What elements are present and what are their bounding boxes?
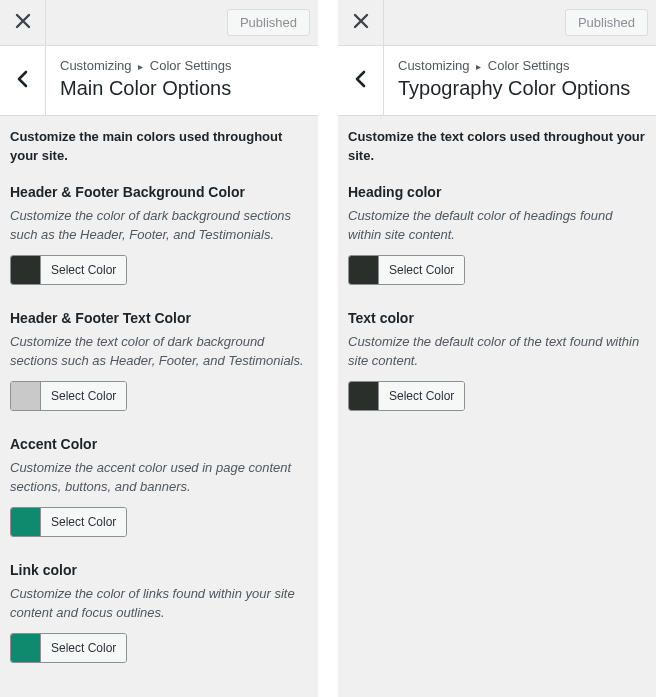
header-text: Customizing ▸ Color Settings Main Color … [46,46,318,115]
control-label: Header & Footer Text Color [10,310,308,326]
topbar: Published [0,0,318,46]
customizer-panel-main-colors: Published Customizing ▸ Color Settings M… [0,0,318,697]
control-accent-color: Accent Color Customize the accent color … [10,436,308,540]
close-icon [15,13,31,33]
published-button[interactable]: Published [565,9,648,36]
breadcrumb-section: Color Settings [488,58,570,73]
color-picker[interactable]: Select Color [348,381,465,411]
control-description: Customize the default color of the text … [348,332,646,371]
breadcrumb-separator-icon: ▸ [138,61,143,72]
panel-content: Customize the text colors used throughou… [338,116,656,452]
color-swatch [11,382,41,410]
color-picker[interactable]: Select Color [10,633,127,663]
color-picker[interactable]: Select Color [348,255,465,285]
close-button[interactable] [338,0,384,46]
panel-content: Customize the main colors used throughou… [0,116,318,697]
control-label: Text color [348,310,646,326]
control-label: Link color [10,562,308,578]
breadcrumb-section: Color Settings [150,58,232,73]
color-swatch [11,508,41,536]
color-swatch [11,256,41,284]
breadcrumb: Customizing ▸ Color Settings [398,58,642,73]
published-button[interactable]: Published [227,9,310,36]
control-description: Customize the accent color used in page … [10,458,308,497]
topbar: Published [338,0,656,46]
intro-text: Customize the main colors used throughou… [10,128,308,166]
customizer-panel-typography-colors: Published Customizing ▸ Color Settings T… [338,0,656,697]
control-header-footer-text: Header & Footer Text Color Customize the… [10,310,308,414]
color-swatch [349,256,379,284]
color-swatch [349,382,379,410]
breadcrumb: Customizing ▸ Color Settings [60,58,304,73]
select-color-button[interactable]: Select Color [41,508,126,536]
control-link-color: Link color Customize the color of links … [10,562,308,666]
intro-text: Customize the text colors used throughou… [348,128,646,166]
control-description: Customize the color of dark background s… [10,206,308,245]
chevron-left-icon [15,70,31,92]
control-header-footer-bg: Header & Footer Background Color Customi… [10,184,308,288]
select-color-button[interactable]: Select Color [41,382,126,410]
page-title: Typography Color Options [398,75,642,101]
close-button[interactable] [0,0,46,46]
section-header: Customizing ▸ Color Settings Main Color … [0,46,318,116]
control-label: Header & Footer Background Color [10,184,308,200]
control-description: Customize the default color of headings … [348,206,646,245]
section-header: Customizing ▸ Color Settings Typography … [338,46,656,116]
color-swatch [11,634,41,662]
color-picker[interactable]: Select Color [10,255,127,285]
color-picker[interactable]: Select Color [10,507,127,537]
control-label: Heading color [348,184,646,200]
control-label: Accent Color [10,436,308,452]
select-color-button[interactable]: Select Color [41,634,126,662]
control-text-color: Text color Customize the default color o… [348,310,646,414]
breadcrumb-prefix: Customizing [60,58,132,73]
back-button[interactable] [338,46,384,115]
back-button[interactable] [0,46,46,115]
control-description: Customize the text color of dark backgro… [10,332,308,371]
header-text: Customizing ▸ Color Settings Typography … [384,46,656,115]
control-heading-color: Heading color Customize the default colo… [348,184,646,288]
breadcrumb-separator-icon: ▸ [476,61,481,72]
control-description: Customize the color of links found withi… [10,584,308,623]
page-title: Main Color Options [60,75,304,101]
chevron-left-icon [353,70,369,92]
select-color-button[interactable]: Select Color [41,256,126,284]
select-color-button[interactable]: Select Color [379,382,464,410]
color-picker[interactable]: Select Color [10,381,127,411]
breadcrumb-prefix: Customizing [398,58,470,73]
select-color-button[interactable]: Select Color [379,256,464,284]
close-icon [353,13,369,33]
